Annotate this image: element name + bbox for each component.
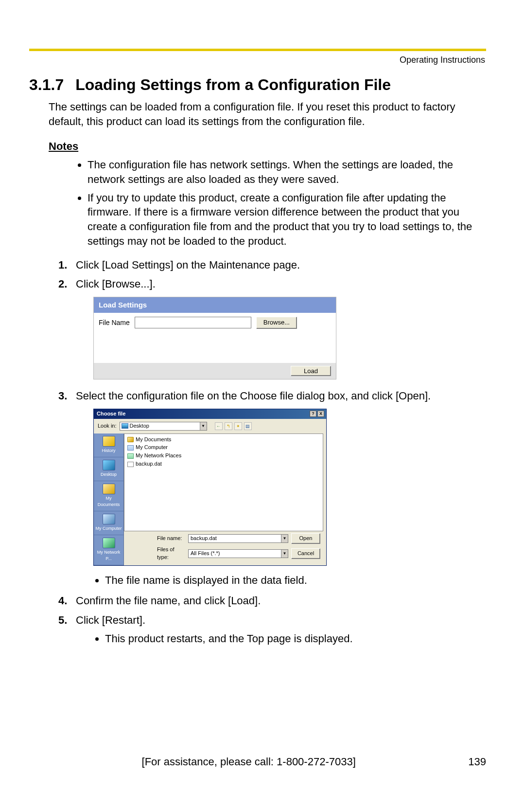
file-list[interactable]: My Documents My Computer My Network Plac…	[124, 433, 323, 532]
place-mycomputer[interactable]: My Computer	[94, 511, 123, 535]
cancel-button[interactable]: Cancel	[291, 548, 320, 559]
dlg-filename-input[interactable]: backup.dat ▼	[188, 534, 288, 543]
section-heading: 3.1.7Loading Settings from a Configurati…	[29, 76, 486, 94]
open-button[interactable]: Open	[291, 533, 320, 544]
header-rule	[29, 49, 486, 51]
step-3-text: Select the configuration file on the Cho…	[76, 390, 431, 402]
note-item: The configuration file has network setti…	[88, 158, 486, 186]
desktop-icon	[122, 423, 128, 429]
list-item-label: My Documents	[136, 436, 171, 444]
filename-input[interactable]	[135, 317, 251, 328]
steps-list: Click [Load Settings] on the Maintenance…	[58, 257, 486, 647]
step-4: Confirm the file name, and click [Load].	[58, 593, 486, 609]
list-item-label: My Network Places	[136, 452, 181, 460]
notes-heading: Notes	[49, 140, 486, 153]
dlg-filetype-label: Files of type:	[157, 546, 185, 561]
notes-list: The configuration file has network setti…	[88, 158, 486, 248]
list-item[interactable]: My Network Places	[127, 452, 320, 460]
list-item[interactable]: backup.dat	[127, 460, 320, 468]
back-icon[interactable]	[215, 422, 223, 430]
section-number: 3.1.7	[29, 76, 64, 94]
dlg-filetype-select[interactable]: All Files (*.*) ▼	[188, 549, 288, 558]
step-2-text: Click [Browse...].	[76, 278, 156, 290]
choose-dialog-title: Choose file	[97, 410, 125, 418]
close-icon[interactable]: X	[317, 411, 324, 417]
list-item-label: backup.dat	[136, 460, 162, 468]
step-3: Select the configuration file on the Cho…	[58, 388, 486, 588]
chevron-down-icon[interactable]: ▼	[281, 535, 288, 542]
folder-icon	[127, 437, 134, 442]
places-bar: History Desktop My Documents My Computer…	[94, 433, 124, 565]
lookin-label: Look in:	[98, 422, 117, 430]
up-one-level-icon[interactable]	[225, 422, 232, 430]
load-settings-title: Load Settings	[94, 297, 336, 313]
dlg-filename-label: File name:	[157, 535, 185, 542]
load-settings-panel: Load Settings File Name Browse... Load	[93, 297, 336, 379]
filename-label: File Name	[99, 318, 130, 327]
new-folder-icon[interactable]	[234, 422, 242, 430]
list-item[interactable]: My Computer	[127, 444, 320, 451]
footer-assist: [For assistance, please call: 1-800-272-…	[29, 756, 468, 768]
network-icon	[127, 453, 134, 459]
file-icon	[127, 462, 134, 467]
place-mycomputer-label: My Computer	[95, 526, 122, 531]
section-title: Loading Settings from a Configuration Fi…	[75, 76, 391, 93]
dlg-filetype-value: All Files (*.*)	[191, 550, 220, 558]
browse-button[interactable]: Browse...	[256, 317, 297, 329]
step-5-sub: This product restarts, and the Top page …	[105, 631, 486, 647]
step-3-sub: The file name is displayed in the data f…	[105, 573, 486, 588]
place-mynetwork-label: My Network P...	[97, 550, 121, 561]
note-item: If you try to update this product, creat…	[88, 191, 486, 249]
step-5-text: Click [Restart].	[76, 614, 145, 626]
chevron-down-icon[interactable]: ▼	[281, 550, 288, 558]
lookin-combo[interactable]: Desktop ▼	[120, 422, 207, 431]
view-menu-icon[interactable]	[244, 422, 252, 430]
list-item[interactable]: My Documents	[127, 436, 320, 444]
place-mydocuments[interactable]: My Documents	[94, 481, 123, 511]
section-intro: The settings can be loaded from a config…	[49, 100, 486, 128]
place-desktop[interactable]: Desktop	[94, 457, 123, 481]
list-item-label: My Computer	[136, 444, 168, 451]
place-history-label: History	[102, 448, 115, 453]
page-number: 139	[468, 756, 486, 768]
place-mydocuments-label: My Documents	[98, 496, 120, 507]
step-2: Click [Browse...]. Load Settings File Na…	[58, 276, 486, 379]
computer-icon	[127, 445, 134, 451]
place-history[interactable]: History	[94, 433, 123, 457]
lookin-value: Desktop	[130, 422, 149, 430]
step-5: Click [Restart]. This product restarts, …	[58, 613, 486, 647]
place-desktop-label: Desktop	[101, 472, 117, 477]
load-button[interactable]: Load	[291, 366, 331, 376]
chevron-down-icon[interactable]: ▼	[200, 422, 207, 430]
step-1: Click [Load Settings] on the Maintenance…	[58, 257, 486, 273]
place-mynetwork[interactable]: My Network P...	[94, 535, 123, 565]
dialog-help-icon[interactable]: ?	[310, 411, 316, 417]
dlg-filename-value: backup.dat	[191, 535, 217, 542]
choose-file-dialog: Choose file ? X Look in: Desktop	[93, 409, 327, 566]
header-label: Operating Instructions	[29, 55, 486, 65]
